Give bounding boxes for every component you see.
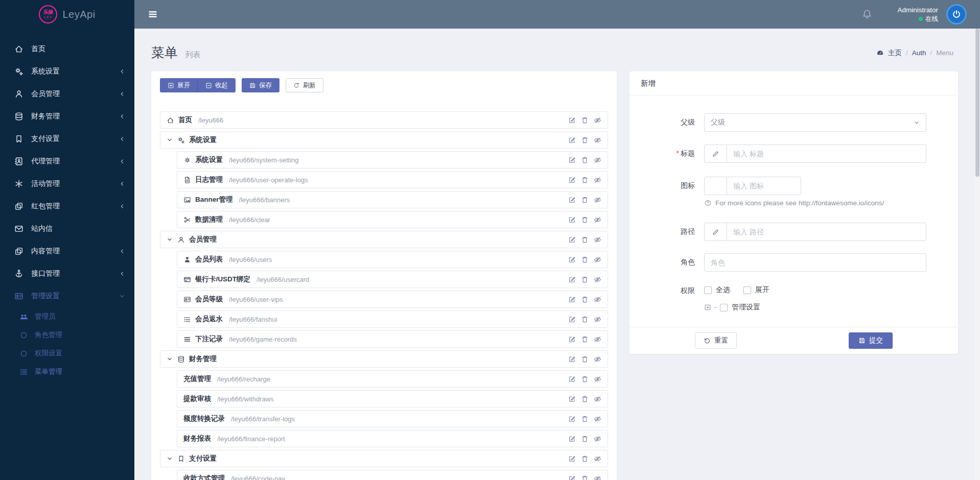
save-button[interactable]: 保存 xyxy=(242,78,279,92)
scrollbar-thumb[interactable] xyxy=(975,29,979,177)
eye-slash-icon[interactable] xyxy=(594,156,601,164)
title-input[interactable] xyxy=(727,145,926,162)
trash-icon[interactable] xyxy=(581,116,589,124)
sidebar-item-finance-management[interactable]: 财务管理 xyxy=(0,105,134,128)
role-input[interactable] xyxy=(704,253,926,272)
eye-slash-icon[interactable] xyxy=(594,116,601,124)
edit-icon[interactable] xyxy=(568,335,576,343)
trash-icon[interactable] xyxy=(581,236,589,244)
refresh-button[interactable]: 刷新 xyxy=(286,78,323,92)
trash-icon[interactable] xyxy=(581,196,589,204)
sidebar-item-activity-management[interactable]: 活动管理 xyxy=(0,173,134,195)
sidebar-item-site-messages[interactable]: 站内信 xyxy=(0,218,134,240)
eye-slash-icon[interactable] xyxy=(594,216,601,224)
trash-icon[interactable] xyxy=(581,256,589,263)
eye-slash-icon[interactable] xyxy=(594,415,601,423)
trash-icon[interactable] xyxy=(581,276,589,283)
caret-down-icon[interactable] xyxy=(167,137,173,143)
sidebar-item-admin-settings[interactable]: 管理设置 xyxy=(0,285,134,307)
edit-icon[interactable] xyxy=(568,256,576,263)
sidebar-subitem-menu-management[interactable]: 菜单管理 xyxy=(0,363,134,381)
trash-icon[interactable] xyxy=(581,136,589,144)
eye-slash-icon[interactable] xyxy=(594,316,601,323)
edit-icon[interactable] xyxy=(568,475,576,480)
edit-icon[interactable] xyxy=(568,316,576,323)
tree-node-checkbox[interactable] xyxy=(720,304,728,311)
trash-icon[interactable] xyxy=(581,435,589,443)
trash-icon[interactable] xyxy=(581,296,589,303)
tree-expander-icon[interactable] xyxy=(704,304,711,311)
edit-icon[interactable] xyxy=(568,236,576,244)
eye-slash-icon[interactable] xyxy=(594,256,601,263)
sidebar-item-system-settings[interactable]: 系统设置 xyxy=(0,60,134,83)
eye-slash-icon[interactable] xyxy=(594,375,601,383)
edit-icon[interactable] xyxy=(568,435,576,443)
sidebar-item-home[interactable]: 首页 xyxy=(0,38,134,60)
path-input[interactable] xyxy=(727,223,926,241)
check-all-checkbox[interactable] xyxy=(704,286,712,294)
eye-slash-icon[interactable] xyxy=(594,435,601,443)
trash-icon[interactable] xyxy=(581,395,589,403)
notifications-bell-icon[interactable] xyxy=(861,9,873,20)
edit-icon[interactable] xyxy=(568,216,576,224)
submit-button[interactable]: 提交 xyxy=(849,332,893,349)
edit-icon[interactable] xyxy=(568,355,576,363)
breadcrumb-home[interactable]: 主页 xyxy=(888,49,902,58)
eye-slash-icon[interactable] xyxy=(594,475,601,480)
edit-icon[interactable] xyxy=(568,136,576,144)
reset-button[interactable]: 重置 xyxy=(695,332,737,349)
caret-down-icon[interactable] xyxy=(167,455,173,462)
tree-group-row[interactable]: 支付设置 xyxy=(160,450,608,467)
sidebar-item-api-management[interactable]: 接口管理 xyxy=(0,262,134,285)
sidebar-subitem-permission-settings[interactable]: 权限设置 xyxy=(0,344,134,363)
eye-slash-icon[interactable] xyxy=(594,355,601,363)
sidebar-subitem-administrators[interactable]: 管理员 xyxy=(0,307,134,326)
breadcrumb-auth[interactable]: Auth xyxy=(912,49,926,57)
caret-down-icon[interactable] xyxy=(167,236,173,243)
tree-group-row[interactable]: 财务管理 xyxy=(160,350,608,368)
trash-icon[interactable] xyxy=(581,415,589,423)
edit-icon[interactable] xyxy=(568,296,576,303)
sidebar-item-member-management[interactable]: 会员管理 xyxy=(0,83,134,105)
edit-icon[interactable] xyxy=(568,196,576,204)
trash-icon[interactable] xyxy=(581,335,589,343)
edit-icon[interactable] xyxy=(568,395,576,403)
edit-icon[interactable] xyxy=(568,415,576,423)
tree-group-row[interactable]: 会员管理 xyxy=(160,231,608,248)
eye-slash-icon[interactable] xyxy=(594,455,601,463)
trash-icon[interactable] xyxy=(581,316,589,323)
trash-icon[interactable] xyxy=(581,176,589,184)
eye-slash-icon[interactable] xyxy=(594,176,601,184)
edit-icon[interactable] xyxy=(568,176,576,184)
sidebar-item-content-management[interactable]: 内容管理 xyxy=(0,240,134,262)
sidebar-subitem-role-management[interactable]: 角色管理 xyxy=(0,326,134,344)
edit-icon[interactable] xyxy=(568,156,576,164)
logout-power-button[interactable] xyxy=(946,4,967,25)
edit-icon[interactable] xyxy=(568,375,576,383)
trash-icon[interactable] xyxy=(581,355,589,363)
eye-slash-icon[interactable] xyxy=(594,395,601,403)
menu-toggle-icon[interactable] xyxy=(148,9,158,19)
tree-group-row[interactable]: 系统设置 xyxy=(160,131,608,149)
trash-icon[interactable] xyxy=(581,156,589,164)
trash-icon[interactable] xyxy=(581,455,589,463)
edit-icon[interactable] xyxy=(568,116,576,124)
eye-slash-icon[interactable] xyxy=(594,296,601,303)
eye-slash-icon[interactable] xyxy=(594,196,601,204)
collapse-button[interactable]: 收起 xyxy=(198,78,236,92)
eye-slash-icon[interactable] xyxy=(594,335,601,343)
edit-icon[interactable] xyxy=(568,276,576,283)
sidebar-item-agent-management[interactable]: 代理管理 xyxy=(0,150,134,173)
caret-down-icon[interactable] xyxy=(167,356,173,362)
edit-icon[interactable] xyxy=(568,455,576,463)
trash-icon[interactable] xyxy=(581,216,589,224)
eye-slash-icon[interactable] xyxy=(594,236,601,244)
eye-slash-icon[interactable] xyxy=(594,136,601,144)
trash-icon[interactable] xyxy=(581,375,589,383)
icon-input[interactable] xyxy=(727,177,801,195)
expand-button[interactable]: 展开 xyxy=(160,78,198,92)
trash-icon[interactable] xyxy=(581,475,589,480)
sidebar-item-redpacket-management[interactable]: 红包管理 xyxy=(0,195,134,218)
eye-slash-icon[interactable] xyxy=(594,276,601,283)
parent-select[interactable]: 父级 xyxy=(704,113,926,132)
